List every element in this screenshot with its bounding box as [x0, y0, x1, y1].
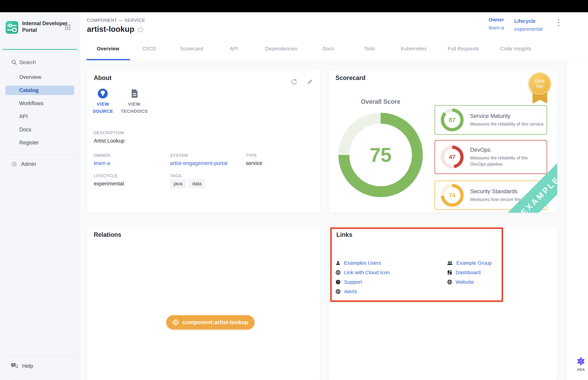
sidebar-item-label: Overview — [19, 74, 41, 80]
sidebar-item-label: Workflows — [19, 100, 43, 107]
tag-chip[interactable]: java — [170, 179, 186, 189]
sidebar-header: Internal Developer Portal — [0, 19, 80, 45]
gear-icon — [11, 161, 17, 167]
admin-label: Admin — [21, 161, 36, 167]
breadcrumb: COMPONENT — SERVICE — [87, 18, 145, 23]
description-value: Artist Lookup — [94, 138, 125, 144]
sidebar-item-admin[interactable]: Admin — [5, 159, 74, 169]
sidebar-item-overview[interactable]: Overview — [5, 73, 74, 82]
sidebar-item-api[interactable]: API — [5, 112, 74, 121]
gold-tier-badge: Gold Tier — [529, 73, 551, 95]
search-icon — [11, 59, 17, 65]
link-support[interactable]: ? Support — [336, 278, 390, 286]
help-chat-icon: ? — [11, 363, 18, 369]
user-profile[interactable]: DP Debabrata Panigrahi — [0, 378, 80, 380]
metric-description: Measures the reliability of this service — [470, 121, 544, 127]
view-techdocs-link[interactable]: VIEW TECHDOCS — [119, 100, 149, 115]
tab-todo[interactable]: Todo — [364, 46, 375, 52]
tab-overview[interactable]: Overview — [97, 46, 119, 52]
links-column-2: Example Group Dashboard Website — [447, 259, 492, 288]
relation-node-chip[interactable]: component:artist-lookup — [166, 315, 255, 329]
view-source-link[interactable]: VIEW SOURCE — [89, 100, 117, 115]
lifecycle-block: Lifecycle experimental — [514, 18, 543, 32]
metric-ring: 47 — [441, 146, 464, 168]
tab-scorecard[interactable]: Scorecard — [180, 46, 203, 52]
tab-kubernetes[interactable]: Kubernetes — [401, 46, 427, 52]
link-label: Example Group — [456, 260, 492, 266]
group-icon — [447, 260, 453, 266]
sidebar-item-register[interactable]: Register — [5, 138, 74, 148]
overall-donut: 75 — [338, 113, 423, 197]
about-card: About VIEW SOURCE — [87, 70, 320, 213]
tab-code-insights[interactable]: Code Insights — [500, 46, 531, 52]
page-title: artist-lookup — [87, 24, 134, 34]
apps-grid-icon[interactable] — [65, 24, 71, 30]
dashboard-icon — [447, 270, 452, 275]
tab-cicd[interactable]: CI/CD — [142, 46, 156, 52]
tab-dependencies[interactable]: Dependencies — [265, 46, 297, 52]
help-label: Help — [22, 363, 33, 369]
chip-cpu-icon — [172, 319, 179, 325]
aida-label: AIDA — [575, 368, 587, 372]
tab-bar: Overview CI/CD Scorecard API Dependencie… — [80, 38, 588, 60]
overall-score-value: 75 — [370, 144, 392, 166]
link-alerts[interactable]: Alerts — [336, 288, 390, 295]
sidebar-search[interactable]: Search — [0, 57, 80, 68]
tab-pull-requests[interactable]: Pull Requests — [448, 46, 479, 52]
metric-name: Security Standards — [470, 188, 528, 195]
overall-score-label: Overall Score — [347, 98, 415, 105]
globe-icon — [336, 289, 341, 294]
system-field-value[interactable]: artist-engagement-portal — [170, 160, 228, 166]
github-icon[interactable] — [98, 89, 108, 99]
owner-field-value[interactable]: team-a — [94, 160, 110, 166]
sidebar-nav: Overview Catalog Workflows API Docs Regi… — [5, 73, 74, 151]
sidebar-item-label: Docs — [19, 127, 31, 133]
owner-value[interactable]: team-a — [489, 25, 504, 31]
refresh-icon[interactable] — [290, 78, 298, 86]
metric-card-service-maturity[interactable]: 87 Service Maturity Measures the reliabi… — [435, 105, 547, 135]
metric-name: DevOps — [470, 147, 542, 153]
metric-score: 47 — [449, 153, 456, 160]
link-examples-users[interactable]: Examples Users — [336, 259, 390, 267]
system-field-label: SYSTEM — [170, 153, 188, 158]
lifecycle-value: experimental — [514, 26, 543, 32]
sidebar-help[interactable]: ? Help — [0, 361, 80, 371]
app-name: Internal Developer Portal — [22, 20, 68, 33]
about-title: About — [94, 74, 112, 81]
metric-ring: 87 — [441, 109, 464, 131]
sidebar: Internal Developer Portal Search Overvie… — [0, 12, 80, 380]
link-with-cloud-icon[interactable]: Link with Cloud Icon — [336, 268, 390, 276]
metric-card-devops[interactable]: 47 DevOps Measures the reliability of th… — [435, 140, 547, 174]
top-black-bar — [0, 0, 588, 12]
kebab-menu-icon[interactable] — [558, 19, 560, 27]
app-logo-icon[interactable] — [6, 21, 18, 34]
sidebar-item-catalog[interactable]: Catalog — [5, 86, 74, 95]
lifecycle-field-value: experimental — [94, 181, 124, 187]
sidebar-divider — [2, 155, 77, 155]
sidebar-item-workflows[interactable]: Workflows — [5, 99, 74, 108]
tags-row: java data — [170, 179, 205, 189]
metric-description: Measures the reliability of the DevOps p… — [470, 155, 542, 167]
link-website[interactable]: Website — [447, 278, 492, 286]
link-dashboard[interactable]: Dashboard — [447, 268, 492, 276]
edit-pencil-icon[interactable] — [306, 78, 314, 86]
tab-api[interactable]: API — [230, 46, 238, 52]
techdocs-doc-icon[interactable] — [131, 89, 138, 99]
favorite-star-icon[interactable] — [137, 26, 144, 34]
metric-name: Service Maturity — [470, 113, 544, 119]
avatar: DP — [10, 379, 18, 380]
tag-chip[interactable]: data — [189, 179, 205, 189]
owner-block[interactable]: Owner team-a — [489, 17, 504, 31]
tab-docs[interactable]: Docs — [322, 46, 334, 52]
links-column-1: Examples Users Link with Cloud Icon ? Su… — [336, 259, 390, 297]
scorecard-title: Scorecard — [336, 74, 365, 81]
aida-assistant-widget[interactable]: AIDA — [575, 357, 587, 372]
metric-score: 87 — [449, 116, 456, 123]
accent-divider — [2, 49, 77, 50]
link-label: Website — [456, 279, 474, 285]
link-example-group[interactable]: Example Group — [447, 259, 492, 267]
metric-score: 74 — [449, 192, 456, 199]
link-label: Dashboard — [456, 270, 481, 275]
relations-title: Relations — [94, 231, 121, 238]
sidebar-item-docs[interactable]: Docs — [5, 125, 74, 134]
